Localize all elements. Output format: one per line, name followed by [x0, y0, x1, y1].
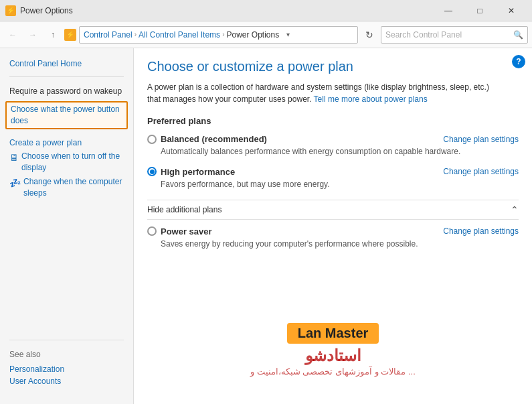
- sidebar-divider: [9, 340, 124, 340]
- plan-high-performance-change[interactable]: Change plan settings: [443, 167, 519, 176]
- forward-button[interactable]: →: [24, 26, 41, 44]
- window-controls: — □ ✕: [433, 0, 527, 21]
- sidebar-create-plan-text: Create a power plan: [9, 137, 82, 149]
- close-button[interactable]: ✕: [496, 0, 527, 21]
- hide-plans-arrow: ⌃: [511, 204, 519, 215]
- plan-balanced-radio[interactable]: [147, 135, 157, 144]
- breadcrumb-dropdown[interactable]: ▾: [280, 27, 295, 42]
- sidebar-display-link[interactable]: 🖥 Choose when to turn off the display: [0, 149, 133, 175]
- location-icon: ⚡: [64, 29, 76, 41]
- display-icon: 🖥: [9, 151, 19, 165]
- watermark: Lan Master استادشو مقالات و آموزشهای تخص…: [134, 323, 532, 377]
- plan-high-performance: High performance Change plan settings Fa…: [147, 167, 519, 190]
- hide-plans-text: Hide additional plans: [147, 205, 221, 214]
- plan-balanced: Balanced (recommended) Change plan setti…: [147, 134, 519, 157]
- watermark-logo: Lan Master: [298, 326, 369, 340]
- plan-high-performance-desc: Favors performance, but may use more ene…: [161, 179, 519, 190]
- plan-power-saver-radio[interactable]: [147, 226, 157, 236]
- plan-power-saver-label[interactable]: Power saver: [147, 226, 212, 237]
- watermark-persian: استادشو: [305, 346, 361, 364]
- refresh-button[interactable]: ↻: [361, 26, 378, 44]
- plan-power-saver-desc: Saves energy by reducing your computer's…: [161, 239, 519, 250]
- back-button[interactable]: ←: [4, 26, 21, 44]
- sleep-icon: 💤: [9, 177, 21, 190]
- sidebar-section-title: Require a password on wakeup: [0, 82, 133, 100]
- plan-balanced-desc: Automatically balances performance with …: [161, 146, 519, 157]
- sidebar-control-panel-home[interactable]: Control Panel Home: [0, 56, 133, 74]
- up-button[interactable]: ↑: [44, 26, 62, 44]
- plan-power-saver: Power saver Change plan settings Saves e…: [147, 226, 519, 250]
- plan-power-saver-name: Power saver: [161, 226, 212, 237]
- sidebar-power-button-text: Choose what the power buttondoes: [11, 104, 120, 127]
- sidebar-personalization-link[interactable]: Personalization: [0, 363, 133, 375]
- sidebar-user-accounts-link[interactable]: User Accounts: [0, 375, 133, 387]
- minimize-button[interactable]: —: [433, 0, 464, 21]
- see-also-label: See also: [0, 346, 133, 363]
- address-bar: ← → ↑ ⚡ Control Panel › All Control Pane…: [0, 21, 532, 48]
- search-icon: 🔍: [513, 30, 523, 40]
- help-button[interactable]: ?: [512, 55, 525, 68]
- search-box[interactable]: Search Control Panel 🔍: [381, 26, 528, 44]
- learn-more-link[interactable]: Tell me more about power plans: [314, 94, 428, 104]
- breadcrumb-bar[interactable]: Control Panel › All Control Panel Items …: [79, 26, 358, 44]
- window-title: Power Options: [20, 6, 433, 15]
- plan-power-saver-change[interactable]: Change plan settings: [443, 226, 519, 236]
- main-layout: Control Panel Home Require a password on…: [0, 48, 532, 404]
- page-title: Choose or customize a power plan: [147, 59, 519, 74]
- search-placeholder: Search Control Panel: [385, 30, 462, 40]
- plan-balanced-name: Balanced (recommended): [161, 134, 267, 144]
- watermark-sub: مقالات و آموزشهای تخصصی شبکه،امنیت و ...: [250, 366, 416, 377]
- plan-high-performance-label[interactable]: High performance: [147, 167, 235, 177]
- sidebar: Control Panel Home Require a password on…: [0, 48, 134, 404]
- plan-balanced-change[interactable]: Change plan settings: [443, 135, 519, 144]
- content-area: ? Choose or customize a power plan A pow…: [134, 48, 532, 404]
- sidebar-display-text: Choose when to turn off the display: [21, 151, 124, 174]
- breadcrumb-all-items[interactable]: All Control Panel Items: [139, 30, 220, 40]
- titlebar: ⚡ Power Options — □ ✕: [0, 0, 532, 21]
- breadcrumb-control-panel[interactable]: Control Panel: [84, 30, 132, 40]
- content-description: A power plan is a collection of hardware…: [147, 81, 495, 105]
- sidebar-sleep-text: Change when the computer sleeps: [23, 176, 124, 199]
- plan-high-performance-name: High performance: [161, 167, 235, 177]
- hide-plans-bar[interactable]: Hide additional plans ⌃: [147, 200, 519, 220]
- preferred-plans-header: Preferred plans: [147, 116, 519, 126]
- plan-balanced-label[interactable]: Balanced (recommended): [147, 134, 267, 144]
- plan-high-performance-radio[interactable]: [147, 167, 157, 176]
- sidebar-power-button-link[interactable]: Choose what the power buttondoes: [5, 101, 128, 129]
- breadcrumb-current: Power Options: [226, 30, 279, 40]
- maximize-button[interactable]: □: [464, 0, 495, 21]
- app-icon: ⚡: [5, 5, 16, 16]
- sidebar-create-plan-link[interactable]: Create a power plan: [0, 136, 133, 150]
- sidebar-sleep-link[interactable]: 💤 Change when the computer sleeps: [0, 175, 133, 200]
